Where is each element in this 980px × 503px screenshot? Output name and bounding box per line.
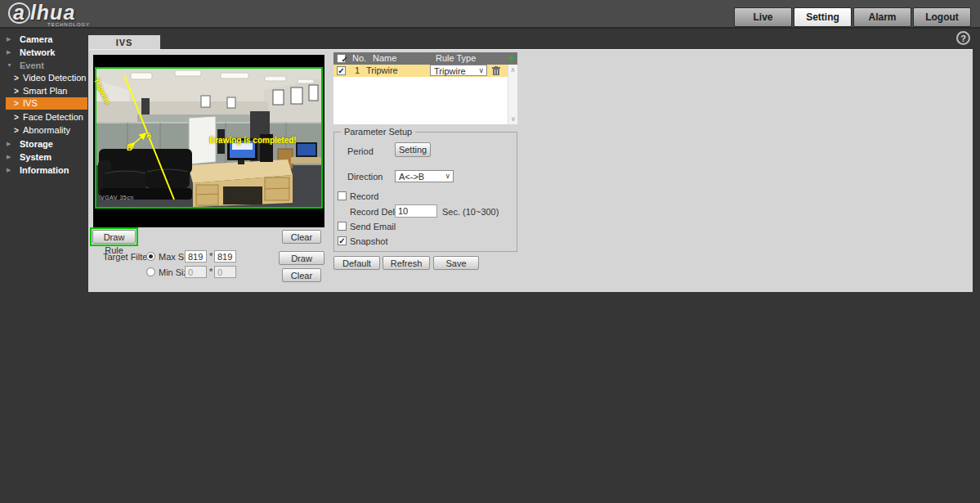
clear-rule-button[interactable]: Clear bbox=[282, 230, 321, 244]
parameter-setup-legend: Parameter Setup bbox=[341, 127, 415, 137]
nav-logout-button[interactable]: Logout bbox=[913, 7, 971, 27]
min-size-radio[interactable] bbox=[146, 267, 155, 276]
rule-type-select[interactable]: Tripwire ∨ bbox=[430, 65, 487, 76]
direction-a-label: A bbox=[146, 131, 152, 139]
logo-text: lhua bbox=[30, 1, 75, 24]
nav-alarm-button[interactable]: Alarm bbox=[853, 7, 911, 27]
sidebar-item-system[interactable]: ▶ System bbox=[0, 150, 87, 164]
sidebar-item-information[interactable]: ▶ Information bbox=[0, 164, 87, 177]
clear-target-button[interactable]: Clear bbox=[282, 268, 321, 282]
scroll-up-icon[interactable]: ∧ bbox=[508, 65, 517, 76]
multiply-sign: * bbox=[209, 267, 213, 276]
delete-rule-icon[interactable] bbox=[492, 66, 500, 76]
direction-select[interactable]: A<->B ∨ bbox=[395, 170, 454, 182]
nav-setting-button[interactable]: Setting bbox=[794, 7, 852, 27]
sub-arrow-icon: > bbox=[14, 85, 19, 97]
dahua-logo: alhua TECHNOLOGY bbox=[8, 1, 75, 25]
multiply-sign: * bbox=[209, 251, 213, 261]
video-timestamp: 2013-04-05 13:20:49 bbox=[256, 73, 317, 79]
save-button[interactable]: Save bbox=[433, 256, 479, 270]
logo-subtitle: TECHNOLOGY bbox=[47, 22, 90, 27]
record-delay-hint: Sec. (10~300) bbox=[442, 207, 499, 217]
draw-rule-button[interactable]: Draw Rule bbox=[92, 230, 136, 244]
max-width-input[interactable] bbox=[185, 250, 207, 263]
collapsed-arrow-icon: ▶ bbox=[7, 33, 11, 46]
sub-arrow-icon: > bbox=[14, 97, 19, 110]
max-height-input[interactable] bbox=[214, 250, 236, 263]
logo-a: a bbox=[8, 2, 30, 24]
collapsed-arrow-icon: ▶ bbox=[7, 150, 11, 164]
snapshot-label: Snapshot bbox=[350, 236, 387, 246]
video-active-border: 2013-04-05 13:20:49 VGAV 35cn Tripwire A… bbox=[95, 67, 323, 209]
record-checkbox[interactable] bbox=[338, 191, 347, 200]
record-label: Record bbox=[350, 191, 378, 201]
sidebar-item-ivs[interactable]: > IVS bbox=[6, 97, 87, 110]
scroll-down-icon[interactable]: ∨ bbox=[508, 115, 518, 123]
video-preview[interactable]: 2013-04-05 13:20:49 VGAV 35cn Tripwire A… bbox=[93, 55, 324, 227]
record-delay-input[interactable] bbox=[395, 204, 437, 218]
collapsed-arrow-icon: ▶ bbox=[7, 137, 11, 150]
parameter-setup-group: Parameter Setup Period Setting Direction… bbox=[333, 132, 517, 252]
video-channel-label: VGAV 35cn bbox=[101, 195, 134, 200]
expanded-arrow-icon: ▼ bbox=[7, 59, 12, 72]
rule-row-checkbox[interactable]: ✓ bbox=[337, 66, 346, 75]
sidebar-item-face-detection[interactable]: > Face Detection bbox=[0, 111, 87, 124]
chevron-down-icon: ∨ bbox=[445, 171, 450, 182]
refresh-button[interactable]: Refresh bbox=[383, 256, 430, 270]
sidebar-item-storage[interactable]: ▶ Storage bbox=[0, 137, 87, 150]
col-rule-type: Rule Type bbox=[436, 53, 476, 63]
send-email-checkbox[interactable] bbox=[338, 222, 347, 231]
rule-row-no: 1 bbox=[355, 65, 360, 75]
collapsed-arrow-icon: ▶ bbox=[7, 46, 11, 59]
max-size-radio[interactable] bbox=[146, 252, 155, 261]
sidebar-item-abnormality[interactable]: > Abnormality bbox=[0, 124, 87, 137]
rule-table: ✓ No. Name Rule Type + ✓ 1 Tripwire Trip… bbox=[333, 52, 517, 124]
sidebar-item-network[interactable]: ▶ Network bbox=[0, 46, 87, 59]
snapshot-checkbox[interactable]: ✓ bbox=[338, 236, 347, 245]
chevron-down-icon: ∨ bbox=[478, 65, 484, 76]
drawing-completed-message: Drawing is completed! bbox=[209, 136, 297, 145]
target-filter-label: Target Filter bbox=[103, 252, 150, 262]
rule-table-body: ∧ ∨ bbox=[333, 77, 517, 124]
sidebar-item-event[interactable]: ▼ Event bbox=[0, 59, 87, 72]
sub-arrow-icon: > bbox=[14, 72, 19, 84]
sidebar-item-smart-plan[interactable]: > Smart Plan bbox=[0, 85, 87, 97]
default-button[interactable]: Default bbox=[333, 256, 380, 270]
sub-arrow-icon: > bbox=[14, 124, 19, 137]
nav-live-button[interactable]: Live bbox=[734, 7, 792, 27]
rule-row-name: Tripwire bbox=[366, 65, 398, 75]
main-panel: 2013-04-05 13:20:49 VGAV 35cn Tripwire A… bbox=[88, 49, 973, 292]
draw-target-button[interactable]: Draw Target bbox=[279, 251, 324, 265]
collapsed-arrow-icon: ▶ bbox=[7, 164, 11, 177]
sub-arrow-icon: > bbox=[14, 111, 19, 124]
col-name: Name bbox=[373, 53, 396, 63]
period-setting-button[interactable]: Setting bbox=[395, 142, 431, 157]
direction-label: Direction bbox=[347, 172, 383, 182]
rule-row[interactable]: ✓ 1 Tripwire Tripwire ∨ bbox=[333, 65, 517, 77]
add-rule-icon[interactable]: + bbox=[508, 52, 515, 65]
table-scrollbar[interactable]: ∧ ∨ bbox=[508, 65, 517, 124]
sidebar-item-camera[interactable]: ▶ Camera bbox=[0, 33, 87, 46]
top-bar: alhua TECHNOLOGY Live Setting Alarm Logo… bbox=[0, 0, 980, 29]
period-label: Period bbox=[347, 146, 374, 156]
min-height-input[interactable] bbox=[214, 266, 236, 278]
direction-b-label: B bbox=[127, 144, 132, 152]
sidebar-item-video-detection[interactable]: > Video Detection bbox=[0, 72, 87, 84]
tab-ivs[interactable]: IVS bbox=[88, 35, 160, 49]
rule-table-header: ✓ No. Name Rule Type + bbox=[333, 52, 517, 65]
draw-rule-active-border: Draw Rule bbox=[90, 227, 138, 246]
send-email-label: Send Email bbox=[350, 222, 396, 231]
col-no: No. bbox=[352, 53, 366, 63]
select-all-checkbox[interactable]: ✓ bbox=[337, 54, 346, 63]
help-icon[interactable]: ? bbox=[956, 31, 970, 45]
min-width-input[interactable] bbox=[185, 266, 207, 278]
